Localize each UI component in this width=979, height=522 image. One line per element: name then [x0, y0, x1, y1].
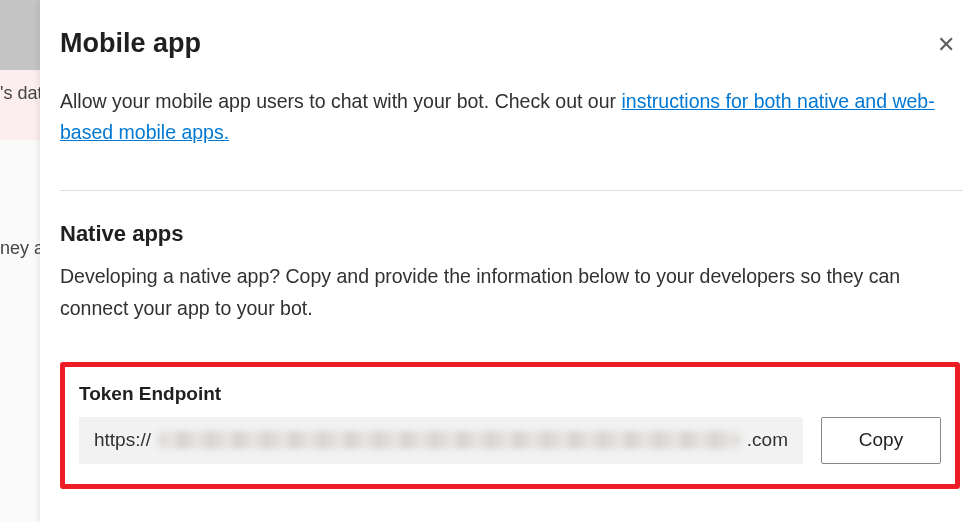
panel-lead-text: Allow your mobile app users to chat with… — [60, 86, 940, 148]
token-endpoint-input[interactable]: https:// .com — [79, 417, 803, 464]
bg-cutoff-text-2: ney a — [0, 238, 44, 259]
native-apps-desc: Developing a native app? Copy and provid… — [60, 261, 940, 323]
bg-strip-dark — [0, 0, 40, 70]
token-endpoint-label: Token Endpoint — [79, 383, 941, 405]
endpoint-suffix: .com — [747, 429, 788, 451]
panel-header: Mobile app ✕ — [60, 28, 963, 62]
bg-cutoff-text-1: 's dat — [0, 83, 42, 104]
lead-prefix: Allow your mobile app users to chat with… — [60, 90, 621, 112]
native-apps-heading: Native apps — [60, 221, 963, 247]
endpoint-redacted-segment — [157, 431, 741, 449]
mobile-app-panel: Mobile app ✕ Allow your mobile app users… — [40, 0, 979, 522]
token-endpoint-callout: Token Endpoint https:// .com Copy — [60, 362, 960, 489]
close-icon[interactable]: ✕ — [929, 28, 963, 62]
token-endpoint-row: https:// .com Copy — [79, 417, 941, 464]
section-divider — [60, 190, 963, 191]
endpoint-prefix: https:// — [94, 429, 151, 451]
bg-strip-pink — [0, 70, 40, 140]
panel-title: Mobile app — [60, 28, 201, 59]
copy-button[interactable]: Copy — [821, 417, 941, 464]
